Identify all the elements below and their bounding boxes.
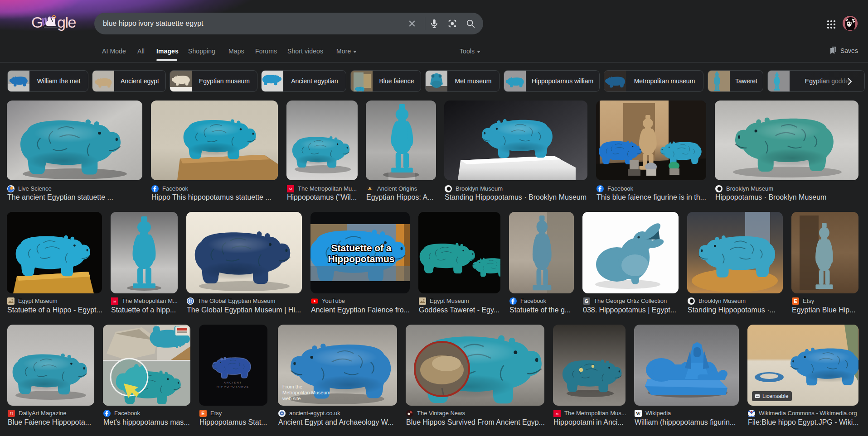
- svg-text:ANCIENT: ANCIENT: [224, 381, 242, 384]
- svg-text:From the: From the: [282, 384, 302, 389]
- svg-text:E: E: [201, 411, 204, 416]
- svg-text:E: E: [794, 298, 797, 304]
- svg-text:Hippopotamus: Hippopotamus: [328, 254, 395, 264]
- svg-text:Statuette of a: Statuette of a: [331, 243, 391, 253]
- svg-text:M: M: [556, 412, 559, 416]
- svg-text:D: D: [9, 411, 13, 416]
- svg-text:HIPPOPOTAMUS: HIPPOPOTAMUS: [217, 385, 249, 388]
- svg-text:G: G: [585, 298, 589, 304]
- svg-text:web site: web site: [282, 396, 301, 401]
- svg-text:M: M: [113, 300, 116, 303]
- svg-text:W: W: [636, 411, 640, 416]
- svg-text:M: M: [289, 187, 292, 191]
- svg-text:Metropolitan Museum: Metropolitan Museum: [282, 390, 330, 395]
